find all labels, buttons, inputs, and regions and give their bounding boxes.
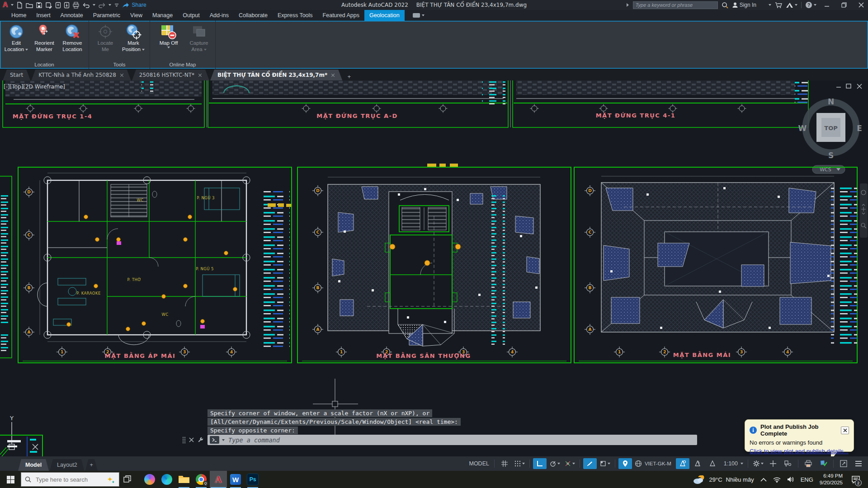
clock[interactable]: 6:49 PM 9/20/2025 xyxy=(820,473,843,486)
workspace-caret-icon[interactable] xyxy=(761,463,764,465)
restore-button[interactable] xyxy=(837,0,851,10)
reorient-marker-button[interactable]: Reorient Marker xyxy=(31,23,58,52)
command-input-field[interactable] xyxy=(208,435,697,445)
plot-details-icon[interactable] xyxy=(816,458,830,469)
wcs-dropdown[interactable]: WCS xyxy=(812,165,845,174)
object-snap-tracking-toggle[interactable] xyxy=(563,458,576,469)
redo-caret-icon[interactable] xyxy=(108,4,111,6)
viewcube-west[interactable]: W xyxy=(798,124,807,133)
drawing-canvas[interactable]: MẶT ĐỨNG TRỤC 1-4 MẶT ĐỨNG TRỤC A-D MẶT xyxy=(0,80,868,456)
open-file-icon[interactable] xyxy=(26,2,33,9)
close-button[interactable] xyxy=(854,0,868,10)
tab-collaborate[interactable]: Collaborate xyxy=(234,10,273,21)
close-command-icon[interactable] xyxy=(189,437,194,442)
notification-link[interactable]: Click to view plot and publish details..… xyxy=(750,448,849,455)
workspace-switching-button[interactable] xyxy=(751,458,765,469)
polar-tracking-toggle[interactable] xyxy=(548,458,561,469)
command-recent-caret-icon[interactable] xyxy=(222,439,225,441)
tab-geolocation[interactable]: Geolocation xyxy=(364,10,405,21)
layout2-tab[interactable]: Layout2 xyxy=(50,459,84,471)
viewcube-east[interactable]: E xyxy=(857,124,862,133)
annotation-visibility-toggle[interactable] xyxy=(676,458,689,469)
customize-wrench-icon[interactable] xyxy=(197,436,204,443)
tab-view[interactable]: View xyxy=(125,10,147,21)
share-label[interactable]: Share xyxy=(132,2,146,8)
taskbar-search[interactable]: ✦✦ xyxy=(21,472,119,487)
autocad-app-icon[interactable]: A xyxy=(210,471,227,488)
plot-status-icon[interactable] xyxy=(802,458,815,469)
snap-mode-toggle[interactable] xyxy=(513,458,526,469)
tab-express-tools[interactable]: Express Tools xyxy=(273,10,318,21)
photoshop-app-icon[interactable]: Ps xyxy=(244,471,261,488)
autodesk-app-menu[interactable] xyxy=(786,2,797,8)
isolate-objects-toggle[interactable] xyxy=(598,458,612,469)
sign-in-menu[interactable]: Sign In xyxy=(732,2,771,8)
tab-output[interactable]: Output xyxy=(178,10,205,21)
autocad-app-logo[interactable]: A xyxy=(3,1,8,9)
tab-insert[interactable]: Insert xyxy=(31,10,55,21)
minimize-button[interactable] xyxy=(820,0,834,10)
tab-parametric[interactable]: Parametric xyxy=(88,10,125,21)
isolate-caret-icon[interactable] xyxy=(608,463,610,465)
autoscale-toggle[interactable] xyxy=(691,458,704,469)
remove-location-button[interactable]: Remove Location xyxy=(59,23,86,52)
clean-screen-button[interactable] xyxy=(837,458,850,469)
task-view-button[interactable] xyxy=(119,471,137,488)
plot-icon[interactable] xyxy=(72,2,80,9)
add-layout-button[interactable]: + xyxy=(85,459,98,471)
notification-close-button[interactable] xyxy=(841,427,849,434)
lineweight-toggle[interactable] xyxy=(583,458,597,469)
snap-caret-icon[interactable] xyxy=(522,463,525,465)
file-tab-biet-thu[interactable]: BIỆT THỰ TÂN CỔ ĐIỂN 23,4x19,7m* xyxy=(210,70,342,80)
edge-app-icon[interactable] xyxy=(158,471,175,488)
language-indicator[interactable]: ENG xyxy=(801,476,813,483)
coordinate-system-button[interactable]: VIET-GK-M xyxy=(633,458,675,469)
redo-icon[interactable] xyxy=(98,2,106,8)
weather-widget[interactable]: 29°C Nhiều mây xyxy=(693,474,754,484)
geolocation-toggle[interactable] xyxy=(618,458,632,469)
command-input[interactable] xyxy=(227,436,697,444)
scale-caret-icon[interactable] xyxy=(741,463,743,465)
drawing-window-controls[interactable] xyxy=(836,84,862,89)
file-explorer-app-icon[interactable] xyxy=(175,471,193,488)
viewcube[interactable]: TOP N S W E WCS xyxy=(798,97,862,174)
volume-icon[interactable] xyxy=(787,476,794,483)
annotation-scale-person-icon[interactable] xyxy=(706,458,719,469)
osnap-caret-icon[interactable] xyxy=(572,463,575,465)
panel-label-location[interactable]: Location xyxy=(0,60,89,69)
word-app-icon[interactable]: W xyxy=(227,471,244,488)
save-icon[interactable] xyxy=(36,2,42,9)
new-file-icon[interactable] xyxy=(16,2,23,9)
file-tab-kttc[interactable]: KTTC-Nhà a Thế Anh 250828 xyxy=(31,70,131,80)
wifi-icon[interactable] xyxy=(773,477,781,483)
isolate-objects-button[interactable] xyxy=(781,458,795,469)
ortho-toggle[interactable] xyxy=(533,458,547,469)
command-bar-grip[interactable] xyxy=(179,436,208,444)
customization-menu-button[interactable] xyxy=(852,458,865,469)
panel-label-tools[interactable]: Tools xyxy=(89,60,150,69)
chrome-app-icon[interactable]: Q xyxy=(193,471,210,488)
search-icon[interactable] xyxy=(722,2,728,9)
file-tab-start[interactable]: Start xyxy=(3,70,30,80)
notification-center-button[interactable]: 2 xyxy=(849,471,863,488)
app-menu-caret-icon[interactable] xyxy=(11,4,14,6)
save-to-mobile-icon[interactable] xyxy=(64,2,70,9)
tab-manage[interactable]: Manage xyxy=(147,10,178,21)
annotation-scale-button[interactable]: 1:100 xyxy=(721,458,745,469)
taskbar-search-input[interactable] xyxy=(35,476,91,483)
copilot-app-icon[interactable] xyxy=(141,471,158,488)
ribbon-display-toggle[interactable] xyxy=(409,10,428,21)
command-bar[interactable] xyxy=(179,435,697,445)
tab-annotate[interactable]: Annotate xyxy=(56,10,88,21)
save-as-icon[interactable] xyxy=(45,2,52,9)
capture-area-button[interactable]: Capture Area xyxy=(185,23,212,52)
close-tab-icon[interactable] xyxy=(331,73,335,77)
viewcube-south[interactable]: S xyxy=(828,151,834,160)
share-icon[interactable] xyxy=(122,2,129,8)
coord-system-label[interactable]: VIET-GK-M xyxy=(643,461,673,466)
file-tab-250816[interactable]: 250816 HSTKTC-NT* xyxy=(132,70,209,80)
scale-value[interactable]: 1:100 xyxy=(722,460,740,467)
edit-location-button[interactable]: Edit Location xyxy=(3,23,30,52)
search-history-arrow-icon[interactable] xyxy=(626,3,629,7)
tab-featured-apps[interactable]: Featured Apps xyxy=(318,10,364,21)
